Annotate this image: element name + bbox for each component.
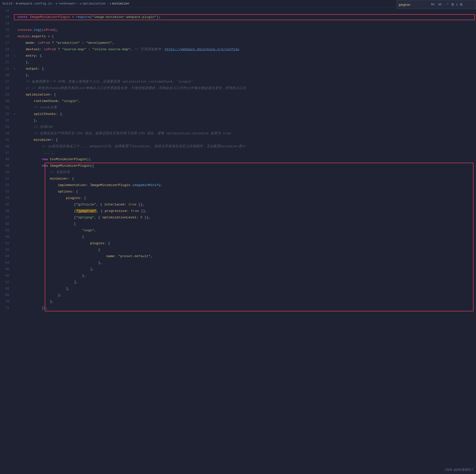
line-number: 44 bbox=[0, 130, 14, 137]
line-content: // chunk分离 bbox=[18, 104, 476, 111]
line-number: 14 bbox=[0, 20, 14, 27]
code-line: 65 ], bbox=[0, 266, 476, 273]
line-number: 27 bbox=[0, 79, 14, 85]
line-number: 42 bbox=[0, 117, 14, 124]
breadcrumb-sym1[interactable]: <unknown> bbox=[58, 2, 76, 5]
search-input[interactable] bbox=[399, 3, 429, 6]
line-number: 22 bbox=[0, 66, 14, 72]
line-number: 45 bbox=[0, 137, 14, 143]
search-word-option[interactable]: ab bbox=[437, 2, 442, 6]
line-number: 63 bbox=[0, 253, 14, 260]
line-content: optimization: { bbox=[18, 92, 476, 98]
code-line: 28 // // 将包含chunks映射关系的list单独从入口文件里提取出来，… bbox=[0, 85, 476, 92]
line-number: 18 bbox=[0, 46, 14, 53]
fold-arrow[interactable]: › bbox=[14, 66, 18, 72]
line-number: 59 bbox=[0, 227, 14, 234]
code-line: 14 bbox=[0, 20, 476, 27]
line-content: output: {… bbox=[18, 66, 476, 72]
breadcrumb-sym2[interactable]: optimization bbox=[82, 2, 106, 5]
line-number: 71 bbox=[0, 305, 14, 311]
code-line: 49 new ImageMinimizerPlugin({ bbox=[0, 163, 476, 169]
fold-arrow[interactable]: › bbox=[14, 111, 18, 117]
code-line: 55 ["gifsicle", { interlaced: true }], bbox=[0, 201, 476, 208]
line-content: plugins: [ bbox=[18, 240, 476, 247]
line-content: runtimeChunk: "single", bbox=[18, 98, 476, 104]
breadcrumb-folder[interactable]: build bbox=[2, 2, 12, 5]
fold-arrow[interactable]: › bbox=[14, 53, 18, 59]
breadcrumb-sym3[interactable]: minimizer bbox=[112, 2, 130, 5]
line-content: mode: isProd ? "production" : "developme… bbox=[18, 40, 476, 46]
line-content: entry: {… bbox=[18, 53, 476, 59]
line-number: 61 bbox=[0, 240, 14, 247]
code-line: 54 plugins: [ bbox=[0, 195, 476, 201]
line-content: ], bbox=[18, 279, 476, 285]
line-content: // 压缩CSS bbox=[18, 124, 476, 130]
code-line: 58 [ bbox=[0, 221, 476, 227]
code-line: 30 runtimeChunk: "single", bbox=[0, 98, 476, 104]
search-case-option[interactable]: Aa bbox=[430, 2, 436, 6]
code-line: 29 optimization: { bbox=[0, 92, 476, 98]
line-number: 70 bbox=[0, 298, 14, 305]
code-line: 16module.exports = { bbox=[0, 33, 476, 40]
code-line: 46 // js的压缩全靠这三个..., webpack认为, 如果配置了min… bbox=[0, 143, 476, 150]
line-content: splitChunks: {… bbox=[18, 111, 476, 117]
line-content: }, bbox=[18, 117, 476, 124]
line-content: ["jpegtran", { progressive: true }], bbox=[18, 208, 476, 214]
line-number: 67 bbox=[0, 279, 14, 285]
line-content: module.exports = { bbox=[18, 33, 476, 40]
line-number: 65 bbox=[0, 266, 14, 273]
code-line: 31 // chunk分离 bbox=[0, 104, 476, 111]
code-line: 59 "svgo", bbox=[0, 227, 476, 234]
code-line: 61 plugins: [ bbox=[0, 240, 476, 247]
line-content: // js的压缩全靠这三个..., webpack认为, 如果配置了minimi… bbox=[18, 143, 476, 150]
line-content: new CssMinimizerPlugin(), bbox=[18, 156, 476, 163]
line-content: }, bbox=[18, 72, 476, 79]
code-line: 66 }, bbox=[0, 273, 476, 279]
breadcrumb-bar: build › ⊡ webpack.config.js › ⊙ <unknown… bbox=[0, 0, 476, 7]
line-content: // 这将仅在生产环境开启 CSS 优化。如果还想在开发环境下启用 CSS 优化… bbox=[18, 130, 476, 137]
line-number: 46 bbox=[0, 143, 14, 150]
line-number: 15 bbox=[0, 27, 14, 33]
code-line: 26 }, bbox=[0, 72, 476, 79]
code-line: 56 ["jpegtran", { progressive: true }], bbox=[0, 208, 476, 214]
line-content: ], bbox=[18, 266, 476, 273]
line-number: 60 bbox=[0, 234, 14, 240]
line-content: { bbox=[18, 234, 476, 240]
line-content: }, bbox=[18, 292, 476, 298]
line-number: 49 bbox=[0, 163, 14, 169]
line-content: }, bbox=[18, 260, 476, 266]
code-line: 70 }, bbox=[0, 298, 476, 305]
line-content: minimizer: [ bbox=[18, 137, 476, 143]
line-number: 26 bbox=[0, 72, 14, 79]
code-line: 27 // 如果想要在一个 HTML 页面上使用多个入口，还需要设置 optim… bbox=[0, 79, 476, 85]
line-content: [ bbox=[18, 221, 476, 227]
search-regex-option[interactable]: .* bbox=[444, 2, 450, 6]
line-number: 13 bbox=[0, 14, 14, 20]
line-number: 47 bbox=[0, 150, 14, 156]
line-content: ["gifsicle", { interlaced: true }], bbox=[18, 201, 476, 208]
line-content: name: "preset-default", bbox=[18, 253, 476, 260]
breadcrumb-file[interactable]: webpack.config.js bbox=[19, 2, 52, 5]
code-line: 51 minimizer: { bbox=[0, 176, 476, 182]
line-content: ["optipng", { optimizationLevel: 5 }], bbox=[18, 214, 476, 221]
line-content: }, bbox=[18, 298, 476, 305]
code-line: 17 mode: isProd ? "production" : "develo… bbox=[0, 40, 476, 46]
code-line: 18 devtool: isProd ? "source-map" : "inl… bbox=[0, 46, 476, 53]
code-line: 50 // 无损压缩 bbox=[0, 169, 476, 176]
code-line: 12 bbox=[0, 7, 476, 14]
line-number: 62 bbox=[0, 247, 14, 253]
line-number: 58 bbox=[0, 221, 14, 227]
code-line: 63 name: "preset-default", bbox=[0, 253, 476, 260]
line-content: implementation: ImageMinimizerPlugin.ima… bbox=[18, 182, 476, 189]
search-count: 第 1 项 bbox=[451, 2, 463, 7]
line-number: 21 bbox=[0, 59, 14, 66]
line-content: // 如果想要在一个 HTML 页面上使用多个入口，还需要设置 optimiza… bbox=[18, 79, 476, 85]
line-number: 55 bbox=[0, 201, 14, 208]
code-line: 57 ["optipng", { optimizationLevel: 5 }]… bbox=[0, 214, 476, 221]
code-line: 67 ], bbox=[0, 279, 476, 285]
line-number: 16 bbox=[0, 33, 14, 40]
code-line: 42 }, bbox=[0, 117, 476, 124]
watermark: CSDN @你吃香蕉吗？ bbox=[445, 468, 474, 472]
line-number: 57 bbox=[0, 214, 14, 221]
line-number: 69 bbox=[0, 292, 14, 298]
